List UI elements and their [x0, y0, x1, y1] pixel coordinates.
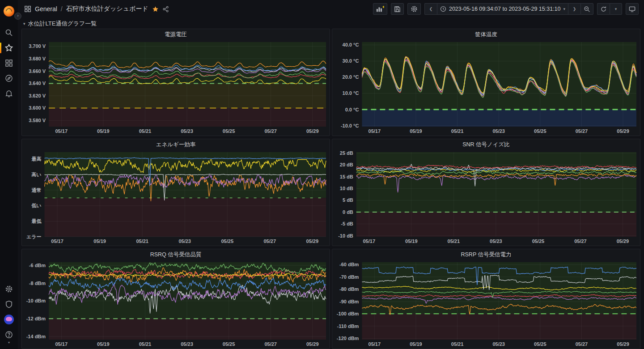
snr-chart[interactable]: 25 dB20 dB15 dB10 dB5 dB0 dB-5 dB-10 dB0… [332, 150, 640, 246]
breadcrumb: General / 石狩市水位計ダッシュボード [24, 5, 169, 13]
svg-text:05/29: 05/29 [306, 238, 319, 244]
apps-icon [5, 59, 13, 67]
sidebar-item-starred[interactable] [3, 42, 15, 54]
panel-title[interactable]: 筐体温度 [332, 29, 640, 40]
grafana-flame-icon [4, 6, 14, 17]
svg-text:-5 dB: -5 dB [341, 221, 353, 226]
zoom-out-time-button[interactable] [580, 3, 593, 15]
panel-plot[interactable]: 40.0 °C30.0 °C20.0 °C10.0 °C0.0 °C-10.0 … [332, 40, 640, 136]
sidebar-item-explore[interactable] [3, 72, 15, 85]
svg-text:20.0 °C: 20.0 °C [343, 74, 359, 80]
svg-text:5 dB: 5 dB [343, 197, 353, 203]
svg-text:-10.0 °C: -10.0 °C [341, 123, 359, 128]
panel-enclosure-temperature: 筐体温度 40.0 °C30.0 °C20.0 °C10.0 °C0.0 °C-… [332, 29, 640, 136]
favorite-star-icon[interactable] [152, 6, 159, 13]
svg-text:3.660 V: 3.660 V [29, 68, 46, 74]
page-title: 石狩市水位計ダッシュボード [66, 5, 148, 13]
breadcrumb-section[interactable]: General [35, 5, 57, 13]
refresh-interval-button[interactable]: ▾ [610, 3, 622, 15]
panel-title[interactable]: RSRQ 信号受信品質 [22, 249, 330, 260]
row-header-lte[interactable]: ▾ 水位計LTE通信グラフ一覧 [21, 19, 640, 29]
svg-text:-110 dBm: -110 dBm [337, 323, 359, 329]
svg-text:05/23: 05/23 [492, 128, 505, 134]
svg-text:05/17: 05/17 [51, 238, 64, 244]
time-shift-forward-button[interactable]: ❯ [568, 3, 580, 15]
svg-text:05/29: 05/29 [617, 341, 629, 347]
app-root: › ▾ [0, 0, 644, 349]
rsrq-chart[interactable]: -6 dBm-8 dBm-10 dBm-12 dBm-14 dBm05/1705… [22, 260, 330, 349]
panel-plot[interactable]: 25 dB20 dB15 dB10 dB5 dB0 dB-5 dB-10 dB0… [332, 150, 640, 246]
sidebar-item-dashboards[interactable] [3, 57, 15, 69]
svg-text:05/19: 05/19 [93, 238, 106, 244]
svg-text:最低: 最低 [31, 218, 42, 224]
dashboard-settings-button[interactable] [407, 3, 421, 15]
svg-text:05/27: 05/27 [576, 128, 588, 134]
help-caret-icon: ▾ [8, 340, 10, 345]
panel-title[interactable]: 電源電圧 [22, 29, 330, 40]
svg-text:低い: 低い [31, 203, 41, 208]
time-range-text: 2023-05-16 09:34:07 to 2023-05-29 15:31:… [449, 6, 561, 12]
svg-text:-10 dBm: -10 dBm [26, 298, 46, 303]
add-panel-icon [376, 5, 384, 13]
search-icon [5, 29, 13, 37]
svg-text:05/29: 05/29 [306, 128, 319, 134]
svg-text:高い: 高い [31, 172, 41, 177]
svg-text:05/29: 05/29 [617, 128, 629, 134]
svg-text:05/23: 05/23 [490, 238, 502, 244]
energy-efficiency-chart[interactable]: 最高高い通常低い最低エラー05/1705/1905/2105/2305/2505… [22, 150, 330, 246]
panel-title[interactable]: RSRP 信号受信電力 [332, 249, 640, 260]
sidebar-item-help[interactable] [3, 328, 15, 341]
svg-text:05/19: 05/19 [405, 238, 418, 244]
sidebar-expand-button[interactable]: › [14, 13, 21, 20]
panel-title[interactable]: SNR 信号ノイズ比 [332, 139, 640, 150]
svg-text:3.640 V: 3.640 V [29, 81, 46, 86]
panel-plot[interactable]: -6 dBm-8 dBm-10 dBm-12 dBm-14 dBm05/1705… [22, 260, 330, 349]
sidebar-bottom: ▾ [3, 281, 15, 345]
dashboard-body: ▾ 水位計LTE通信グラフ一覧 電源電圧 3.700 V3.680 V3.660… [18, 18, 644, 349]
share-icon[interactable] [162, 6, 169, 13]
svg-text:最高: 最高 [31, 156, 42, 162]
sidebar-item-search[interactable] [3, 26, 15, 39]
panel-title[interactable]: エネルギー効率 [22, 139, 330, 150]
panel-plot[interactable]: -60 dBm-70 dBm-80 dBm-90 dBm-100 dBm-110… [332, 260, 640, 349]
svg-text:0.0 °C: 0.0 °C [345, 107, 359, 112]
svg-text:-10 dB: -10 dB [338, 233, 353, 238]
svg-text:10.0 °C: 10.0 °C [343, 90, 359, 96]
grafana-logo[interactable] [3, 5, 15, 17]
rsrp-chart[interactable]: -60 dBm-70 dBm-80 dBm-90 dBm-100 dBm-110… [332, 260, 640, 349]
enclosure-temperature-chart[interactable]: 40.0 °C30.0 °C20.0 °C10.0 °C0.0 °C-10.0 … [332, 40, 640, 136]
svg-text:05/17: 05/17 [369, 341, 381, 347]
sidebar-item-profile[interactable] [3, 313, 15, 326]
svg-text:05/25: 05/25 [221, 238, 233, 244]
svg-text:05/25: 05/25 [534, 341, 547, 347]
sidebar-item-server-admin[interactable] [3, 298, 15, 311]
user-avatar [4, 315, 14, 324]
bell-icon [5, 89, 13, 98]
panel-plot[interactable]: 3.700 V3.680 V3.660 V3.640 V3.620 V3.600… [22, 40, 330, 136]
time-range-picker[interactable]: 2023-05-16 09:34:07 to 2023-05-29 15:31:… [437, 3, 568, 15]
shield-icon [5, 300, 13, 308]
zoom-out-icon [584, 6, 590, 13]
refresh-button[interactable] [597, 3, 610, 15]
sidebar-item-alerting[interactable] [3, 87, 15, 100]
row-collapse-icon: ▾ [23, 21, 25, 26]
svg-text:05/23: 05/23 [181, 341, 193, 347]
svg-text:05/29: 05/29 [306, 341, 319, 347]
svg-text:05/29: 05/29 [617, 238, 629, 244]
svg-text:05/25: 05/25 [534, 128, 547, 134]
chevron-down-icon: ▾ [615, 7, 617, 11]
svg-text:-80 dBm: -80 dBm [339, 286, 359, 292]
time-shift-back-button[interactable]: ❮ [424, 3, 437, 15]
panel-plot[interactable]: 最高高い通常低い最低エラー05/1705/1905/2105/2305/2505… [22, 150, 330, 246]
svg-text:30.0 °C: 30.0 °C [343, 58, 359, 64]
panel-power-voltage: 電源電圧 3.700 V3.680 V3.660 V3.640 V3.620 V… [21, 29, 330, 136]
save-dashboard-button[interactable] [391, 3, 404, 15]
power-voltage-chart[interactable]: 3.700 V3.680 V3.660 V3.640 V3.620 V3.600… [22, 40, 330, 136]
panel-rsrq: RSRQ 信号受信品質 -6 dBm-8 dBm-10 dBm-12 dBm-1… [21, 249, 330, 349]
sidebar-item-configuration[interactable] [3, 283, 15, 295]
kiosk-mode-button[interactable] [626, 3, 639, 15]
chevron-right-icon: ❯ [573, 7, 576, 11]
add-panel-button[interactable] [373, 3, 387, 15]
svg-text:05/23: 05/23 [492, 341, 505, 347]
svg-text:05/21: 05/21 [451, 128, 464, 134]
